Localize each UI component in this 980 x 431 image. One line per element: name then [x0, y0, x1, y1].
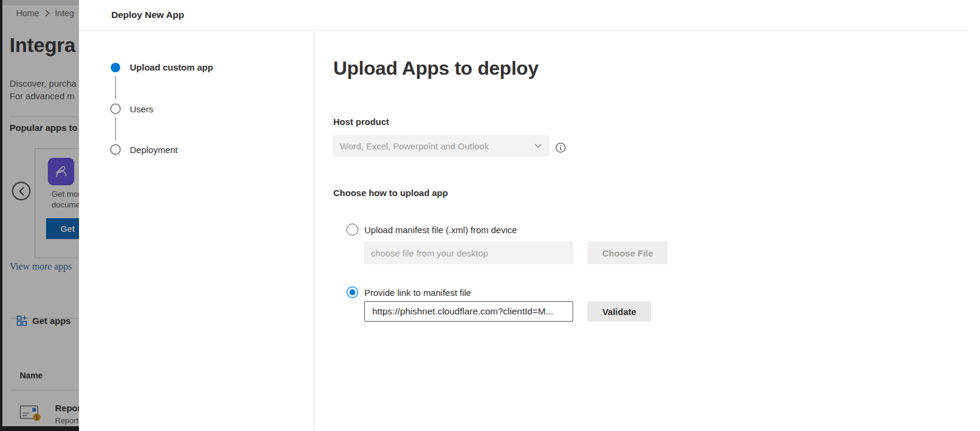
radio-unchecked-icon[interactable] — [346, 224, 358, 236]
stepper-step-deployment[interactable]: Deployment — [130, 145, 178, 155]
provide-link-option: Provide link to manifest file — [346, 286, 471, 298]
step-active-dot-icon — [111, 63, 120, 72]
chevron-down-icon — [534, 143, 542, 148]
content-heading: Upload Apps to deploy — [333, 57, 538, 80]
provide-link-option-label[interactable]: Provide link to manifest file — [364, 288, 471, 298]
stepper-content-divider — [314, 31, 315, 431]
upload-file-option: Upload manifest file (.xml) from device — [346, 224, 517, 236]
stepper-connector — [115, 76, 116, 99]
choose-file-button[interactable]: Choose File — [588, 242, 668, 264]
validate-button[interactable]: Validate — [588, 301, 651, 322]
upload-file-option-label[interactable]: Upload manifest file (.xml) from device — [364, 225, 517, 235]
deploy-new-app-panel: Deploy New App Upload custom app Users D… — [79, 0, 980, 431]
info-icon[interactable] — [555, 142, 566, 153]
stepper-step-upload-custom-app[interactable]: Upload custom app — [130, 62, 213, 72]
choose-upload-method-label: Choose how to upload app — [333, 188, 448, 198]
screen: Home Integ Integra Discover, purcha For … — [0, 0, 980, 431]
panel-header-divider — [79, 30, 968, 31]
step-circle-icon — [110, 144, 121, 155]
host-product-value: Word, Excel, Powerpoint and Outlook — [340, 141, 534, 151]
host-product-label: Host product — [333, 117, 389, 127]
panel-title: Deploy New App — [111, 10, 184, 20]
step-circle-icon — [110, 103, 121, 114]
host-product-dropdown[interactable]: Word, Excel, Powerpoint and Outlook — [333, 135, 549, 157]
manifest-link-input[interactable] — [364, 301, 573, 322]
manifest-file-input[interactable] — [364, 242, 573, 264]
stepper-step-users[interactable]: Users — [130, 104, 153, 114]
radio-checked-icon[interactable] — [346, 286, 358, 298]
stepper-connector — [115, 118, 116, 140]
